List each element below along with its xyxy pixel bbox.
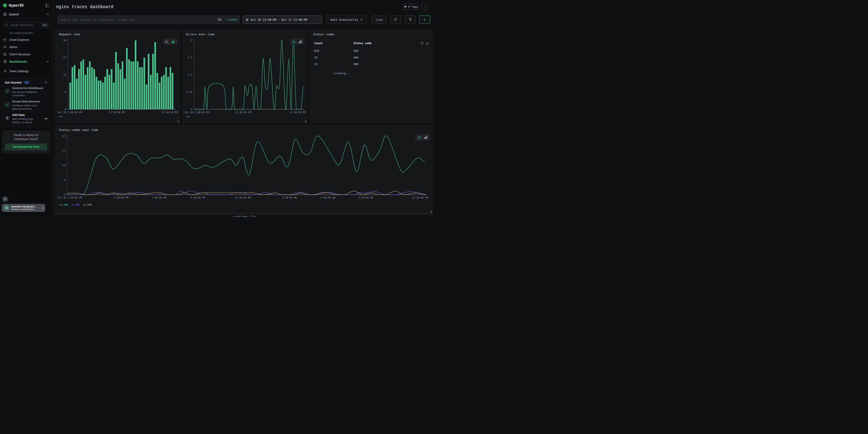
cell-count: 32 [314,63,317,66]
bar-chart-toggle-icon[interactable] [171,40,175,43]
sidebar-collapse-icon[interactable] [45,4,50,7]
svg-text:24: 24 [62,149,65,152]
sidebar-item-label: Team Settings [9,69,49,73]
legend-label: 500 [87,203,92,206]
filter-button[interactable] [405,16,415,24]
get-started-step-connect[interactable]: Connect to ClickHouse Set up your databa… [5,87,48,97]
legend-dash [59,205,62,205]
tile-status-codes: Status codes Count Status code 870200334… [310,30,433,123]
add-new-tile-button[interactable]: + Add New Tile [56,214,433,217]
avatar: D [4,205,9,211]
legend-item-404[interactable]: 404 [71,203,80,206]
chart-type-toggle [162,38,177,45]
legend-label: 200 [64,203,68,206]
sidebar-divider [0,19,52,19]
bar-chart-toggle-icon[interactable] [299,40,302,43]
sidebar-item-dashboards[interactable]: Dashboards [0,58,52,65]
request-rate-chart[interactable]: 09182736Oct 26 1:00:00 PM11:30:00 PM12:3… [56,30,180,123]
bell-icon [3,45,7,49]
shortcut-badge: ⌘K [41,23,48,27]
tile-resize-handle[interactable] [430,211,432,212]
cell-status-code: 500 [353,63,359,66]
gear-icon [3,69,7,73]
legend-dash [71,205,74,205]
legend-item-200[interactable]: 200 [59,203,68,206]
tags-button[interactable]: 0 Tags [403,4,418,10]
time-range-picker[interactable]: Oct 26 13:00:00 - Oct 27 13:00:00 [243,16,322,24]
get-started-progress-badge: 2/3 [23,81,30,84]
sidebar-item-label: Client Sessions [9,53,49,56]
status-table-header: Count Status code [310,42,433,48]
step-title: Connect to ClickHouse [12,87,48,90]
sidebar-item-chart-explorer[interactable]: Chart Explorer [0,36,52,43]
svg-text:0: 0 [191,108,192,111]
svg-text:0.75: 0.75 [186,91,192,93]
sql-language-toggle[interactable]: SQL [217,18,222,21]
svg-text:32: 32 [62,134,65,137]
svg-text:12:30:00 PM: 12:30:00 PM [412,196,428,199]
get-started-free-button[interactable]: Get Started for Free [5,144,47,150]
line-chart-toggle-icon[interactable] [165,40,169,43]
live-button[interactable]: Live [372,16,386,24]
svg-text:6:00:00 AM: 6:00:00 AM [321,196,335,199]
chevron-up-icon[interactable] [44,82,48,83]
column-header-status-code[interactable]: Status code [353,42,371,45]
svg-text:11:30:00 PM: 11:30:00 PM [109,111,125,114]
check-circle-icon [5,89,9,93]
cell-status-code: 404 [353,56,359,59]
row-sort-icon[interactable] [420,42,424,44]
granularity-select[interactable]: Auto Granularity [326,16,367,24]
cloud-card-line1: Ready to deploy on [5,133,47,137]
language-divider: | [224,18,226,21]
sidebar-item-label: Chart Explorer [9,38,49,41]
magnifier-icon [5,24,8,27]
run-query-button[interactable] [419,16,430,24]
kebab-icon: ⋮ [423,5,426,9]
cell-count: 870 [314,50,319,53]
svg-text:9:30:00 PM: 9:30:00 PM [191,196,205,199]
main-content: nginx traces dashboard 0 Tags ⋮ SQL | Lu… [52,0,434,217]
get-started-card: Get Started 2/3 Connect to ClickHouse Se… [2,78,50,127]
dashboard-menu-button[interactable]: ⋮ [422,4,428,10]
saved-searches-box[interactable]: ⌘K [2,22,50,28]
help-button[interactable]: ? [2,196,8,202]
tile-resize-handle[interactable] [305,120,306,122]
sidebar-item-alerts[interactable]: Alerts [0,43,52,51]
errors-chart[interactable]: 00.751.52.33Oct 26 1:00:00 PM11:30:00 PM… [183,30,308,123]
get-started-step-add-data[interactable]: 3 Add Data Start sending logs, metrics, … [5,114,48,124]
cell-status-code: 200 [353,50,359,53]
tile-resize-handle[interactable] [177,120,179,122]
dashboard-grid-icon [3,60,7,63]
download-icon[interactable] [426,42,429,44]
chevron-down-icon [360,19,363,21]
sidebar-item-client-sessions[interactable]: Client Sessions [0,51,52,58]
user-name: dominic.tran@clic... [11,205,40,208]
svg-text:18: 18 [63,73,66,76]
search-section-icon [3,12,7,16]
sidebar-item-search[interactable]: Search [0,10,52,19]
column-header-count[interactable]: Count [314,42,322,45]
chart-type-toggle [415,134,430,141]
bar-chart-toggle-icon[interactable] [424,136,427,139]
lucene-language-toggle[interactable]: Lucene [227,18,237,21]
line-chart-toggle-icon[interactable] [418,136,422,139]
saved-searches-input[interactable] [10,24,40,27]
refresh-button[interactable] [390,16,401,24]
legend-dash [59,116,62,117]
line-chart-toggle-icon[interactable] [292,40,296,43]
toolbar: SQL | Lucene Oct 26 13:00:00 - Oct 27 13… [52,16,434,24]
user-menu[interactable]: D dominic.tran@clic... dominic.tran@clic… [2,204,45,212]
legend-item-500[interactable]: 500 [83,203,92,206]
get-started-step-sources[interactable]: Create Data Sources Configure where your… [5,100,48,111]
sidebar-item-team-settings[interactable]: Team Settings [0,67,52,75]
status-codes-over-time-chart[interactable]: 08162432Oct 26 1:00:00 PM4:30:00 PM7:00:… [56,125,433,214]
filter-edit-icon [408,18,412,22]
svg-text:Oct 26 1:00:00 PM: Oct 26 1:00:00 PM [185,111,209,114]
svg-text:8: 8 [64,179,65,181]
column-resize-handle[interactable] [351,42,352,45]
cell-count: 33 [314,56,317,59]
legend-dash [83,205,86,205]
user-email: dominic.tran@clickho... [11,208,40,211]
tile-request-rate: Request rate 09182736Oct 26 1:00:00 PM11… [56,30,180,123]
event-search-input[interactable] [60,18,215,22]
